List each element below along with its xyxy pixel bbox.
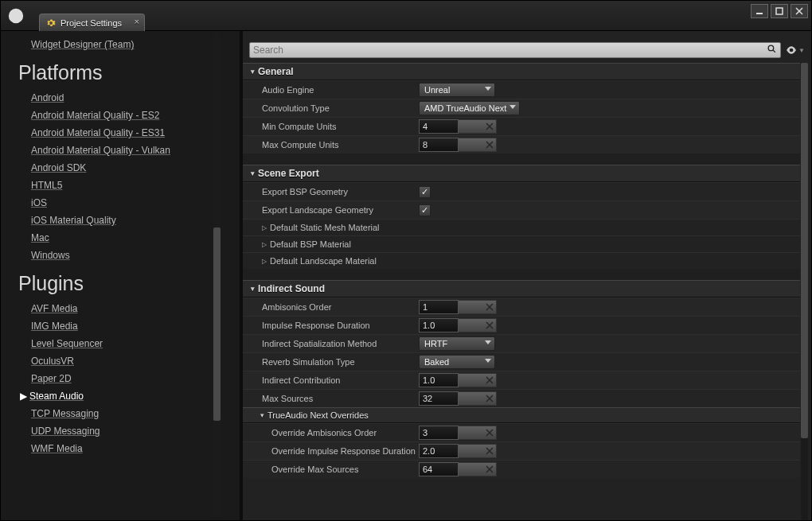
sidebar: Widget Designer (Team) Platforms Android… [1, 31, 240, 520]
prop-reverb-dropdown[interactable]: Baked [419, 355, 495, 369]
sidebar-item-android[interactable]: Android [31, 89, 240, 107]
prop-ambisonics-label: Ambisonics Order [243, 302, 419, 312]
sidebar-item-label: Steam Audio [29, 391, 84, 402]
tab-label: Project Settings [61, 18, 122, 28]
sidebar-item-widget-designer[interactable]: Widget Designer (Team) [31, 36, 240, 53]
sidebar-section-plugins: Plugins [18, 272, 240, 295]
prop-convolution-dropdown[interactable]: AMD TrueAudio Next [419, 101, 520, 115]
collapse-icon: ▾ [260, 411, 264, 419]
sidebar-item-android-es31[interactable]: Android Material Quality - ES31 [31, 124, 240, 142]
prop-max-sources-label: Max Sources [243, 394, 419, 403]
sidebar-item-level-sequencer[interactable]: Level Sequencer [31, 335, 240, 352]
sidebar-section-platforms: Platforms [18, 61, 240, 84]
collapse-icon: ▾ [251, 169, 255, 177]
prop-export-landscape-checkbox[interactable] [419, 204, 431, 216]
category-label: TrueAudio Next Overrides [267, 410, 369, 420]
view-options-button[interactable]: ▼ [786, 43, 805, 57]
category-scene-export[interactable]: ▾Scene Export [243, 165, 800, 182]
sidebar-item-wmf-media[interactable]: WMF Media [31, 440, 240, 457]
expand-icon: ▷ [262, 224, 267, 231]
maximize-button[interactable] [771, 4, 788, 18]
category-label: General [258, 66, 294, 77]
prop-override-max-sources-label: Override Max Sources [243, 465, 419, 474]
prop-audio-engine-label: Audio Engine [243, 85, 419, 95]
prop-reverb-label: Reverb Simulation Type [243, 357, 419, 367]
prop-max-sources-spinner[interactable]: 32 [419, 391, 498, 406]
prop-override-ambisonics-label: Override Ambisonics Order [243, 428, 419, 437]
prop-ambisonics-spinner[interactable]: 1 [419, 300, 498, 314]
category-label: Indirect Sound [258, 283, 325, 294]
details-panel: ▼ ▾General Audio EngineUnreal Convolutio… [243, 31, 811, 520]
sidebar-item-img-media[interactable]: IMG Media [31, 317, 240, 335]
prop-convolution-label: Convolution Type [243, 103, 419, 113]
titlebar: Project Settings × [1, 1, 811, 31]
subcategory-tan-overrides[interactable]: ▾TrueAudio Next Overrides [243, 407, 800, 423]
sidebar-item-android-sdk[interactable]: Android SDK [31, 159, 240, 177]
search-field[interactable] [253, 45, 767, 56]
prop-audio-engine-dropdown[interactable]: Unreal [419, 83, 495, 97]
search-icon [767, 44, 777, 56]
svg-rect-0 [756, 13, 763, 14]
prop-spatialization-dropdown[interactable]: HRTF [419, 336, 495, 351]
sidebar-item-tcp-messaging[interactable]: TCP Messaging [31, 405, 240, 422]
collapse-icon: ▾ [251, 285, 255, 293]
sidebar-item-android-es2[interactable]: Android Material Quality - ES2 [31, 107, 240, 124]
prop-min-compute-spinner[interactable]: 4 [419, 119, 498, 134]
sidebar-item-html5[interactable]: HTML5 [31, 177, 240, 194]
chevron-right-icon: ▶ [20, 391, 27, 402]
prop-spatialization-label: Indirect Spatialization Method [243, 339, 419, 348]
svg-point-2 [768, 45, 774, 51]
prop-default-static-mesh[interactable]: ▷Default Static Mesh Material [243, 219, 800, 235]
prop-override-ambisonics-spinner[interactable]: 3 [419, 426, 498, 440]
unreal-logo-icon [1, 1, 31, 31]
prop-default-bsp[interactable]: ▷Default BSP Material [243, 235, 800, 252]
sidebar-item-ios[interactable]: iOS [31, 194, 240, 212]
window-controls [751, 4, 808, 18]
sidebar-item-mac[interactable]: Mac [31, 229, 240, 247]
sidebar-item-avf-media[interactable]: AVF Media [31, 300, 240, 317]
svg-rect-1 [776, 8, 783, 14]
prop-impulse-spinner[interactable]: 1.0 [419, 318, 498, 332]
close-icon[interactable]: × [135, 17, 139, 26]
prop-max-compute-spinner[interactable]: 8 [419, 138, 498, 152]
sidebar-item-android-vulkan[interactable]: Android Material Quality - Vulkan [31, 142, 240, 159]
sidebar-item-oculusvr[interactable]: OculusVR [31, 352, 240, 370]
prop-export-landscape-label: Export Landscape Geometry [243, 205, 419, 215]
chevron-down-icon: ▼ [798, 47, 805, 54]
details-scrollbar[interactable] [801, 63, 808, 520]
category-general[interactable]: ▾General [243, 63, 800, 80]
prop-export-bsp-label: Export BSP Geometry [243, 187, 419, 196]
sidebar-item-udp-messaging[interactable]: UDP Messaging [31, 422, 240, 440]
tab-strip: Project Settings × [39, 1, 145, 31]
gear-icon [46, 18, 56, 28]
prop-override-impulse-spinner[interactable]: 2.0 [419, 444, 498, 458]
sidebar-scrollbar[interactable] [213, 34, 221, 517]
category-indirect-sound[interactable]: ▾Indirect Sound [243, 280, 800, 297]
category-label: Scene Export [258, 168, 319, 179]
sidebar-item-windows[interactable]: Windows [31, 247, 240, 264]
prop-max-compute-label: Max Compute Units [243, 140, 419, 150]
expand-icon: ▷ [262, 258, 267, 265]
prop-impulse-label: Impulse Response Duration [243, 321, 419, 330]
search-input[interactable] [249, 42, 781, 58]
minimize-button[interactable] [751, 4, 768, 18]
expand-icon: ▷ [262, 241, 267, 248]
collapse-icon: ▾ [251, 68, 255, 76]
prop-contribution-spinner[interactable]: 1.0 [419, 373, 498, 387]
close-button[interactable] [791, 4, 808, 18]
sidebar-item-steam-audio[interactable]: ▶Steam Audio [31, 387, 240, 405]
prop-default-landscape[interactable]: ▷Default Landscape Material [243, 252, 800, 269]
prop-override-impulse-label: Override Impulse Response Duration [243, 446, 419, 456]
sidebar-item-paper2d[interactable]: Paper 2D [31, 370, 240, 387]
prop-export-bsp-checkbox[interactable] [419, 186, 431, 198]
tab-project-settings[interactable]: Project Settings × [39, 14, 145, 31]
prop-min-compute-label: Min Compute Units [243, 122, 419, 131]
prop-override-max-sources-spinner[interactable]: 64 [419, 462, 498, 476]
prop-contribution-label: Indirect Contribution [243, 375, 419, 385]
sidebar-item-ios-mq[interactable]: iOS Material Quality [31, 212, 240, 229]
